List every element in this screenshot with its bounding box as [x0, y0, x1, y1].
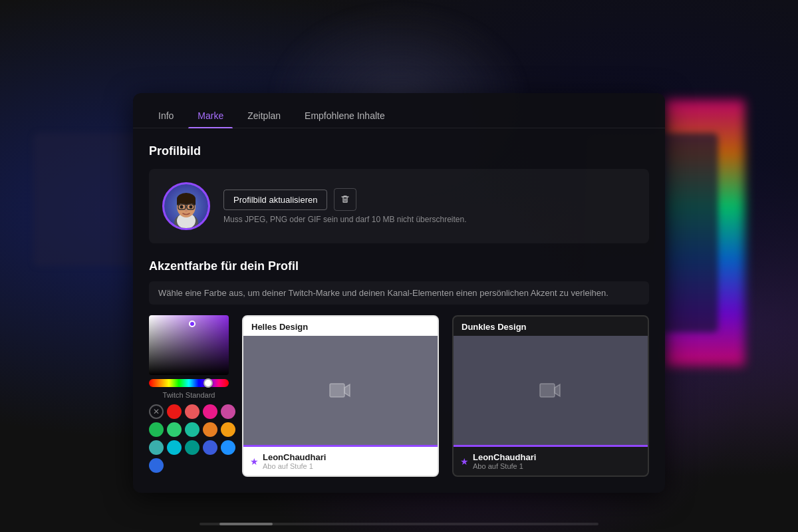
- twitch-standard-label: Twitch Standard: [149, 391, 229, 399]
- accent-description: Wähle eine Farbe aus, um deiner Twitch-M…: [149, 281, 649, 305]
- color-picker-panel: Twitch Standard ✕: [149, 315, 229, 473]
- light-sub-label: Abo auf Stufe 1: [263, 462, 326, 470]
- svg-rect-16: [540, 384, 555, 397]
- design-card-dark[interactable]: Dunkles Design ★ LeonChaudhari: [452, 315, 649, 477]
- swatch-pink1[interactable]: [203, 404, 217, 419]
- swatch-blue1[interactable]: [203, 440, 217, 455]
- light-design-label: Helles Design: [243, 317, 438, 336]
- swatch-cyan1[interactable]: [167, 440, 182, 455]
- hue-slider[interactable]: [149, 379, 229, 387]
- profile-info: Profilbild aktualisieren Muss JPEG, PNG …: [223, 188, 467, 224]
- swatch-red1[interactable]: [167, 404, 182, 419]
- swatch-teal1[interactable]: [185, 422, 200, 437]
- tab-info[interactable]: Info: [149, 104, 183, 128]
- dark-user-info: ★ LeonChaudhari Abo auf Stufe 1: [454, 447, 648, 475]
- color-swatches-row2: [149, 422, 229, 437]
- profile-actions: Profilbild aktualisieren: [223, 188, 467, 211]
- svg-point-7: [180, 205, 184, 209]
- hue-slider-container: [149, 379, 229, 387]
- swatch-teal3[interactable]: [185, 440, 200, 455]
- video-camera-icon-light: [329, 378, 352, 402]
- settings-content: Profilbild: [133, 128, 665, 493]
- profile-section-title: Profilbild: [149, 144, 649, 158]
- color-swatches-row1: ✕: [149, 404, 229, 419]
- swatch-green2[interactable]: [167, 422, 182, 437]
- color-swatches-extra: [149, 458, 229, 473]
- tab-zeitplan[interactable]: Zeitplan: [238, 104, 290, 128]
- swatch-red2[interactable]: [185, 404, 200, 419]
- swatch-pink2[interactable]: [221, 404, 235, 419]
- tab-bar: Info Marke Zeitplan Empfohlene Inhalte: [133, 93, 665, 128]
- scrollbar-track: [200, 523, 598, 525]
- swatch-green1[interactable]: [149, 422, 164, 437]
- avatar: [162, 182, 210, 230]
- design-previews: Helles Design ★ LeonChaudhari: [242, 315, 649, 477]
- tab-empfohlene[interactable]: Empfohlene Inhalte: [295, 104, 394, 128]
- trash-icon: [340, 194, 350, 205]
- hue-thumb[interactable]: [203, 378, 213, 388]
- settings-card: Info Marke Zeitplan Empfohlene Inhalte P…: [133, 93, 665, 493]
- dark-video-thumb: [454, 336, 648, 445]
- tab-marke[interactable]: Marke: [188, 104, 233, 128]
- color-picker-dot[interactable]: [189, 321, 196, 327]
- light-user-info: ★ LeonChaudhari Abo auf Stufe 1: [243, 447, 438, 475]
- light-star-icon: ★: [250, 456, 259, 467]
- svg-point-12: [185, 210, 188, 212]
- dark-design-label: Dunkles Design: [454, 317, 648, 336]
- color-picker-area: Twitch Standard ✕: [149, 315, 649, 477]
- avatar-container: [162, 182, 210, 230]
- profile-hint: Muss JPEG, PNG oder GIF sein und darf 10…: [223, 215, 467, 224]
- accent-section-title: Akzentfarbe für dein Profil: [149, 259, 649, 273]
- dark-username: LeonChaudhari: [473, 452, 536, 462]
- profile-image-section: Profilbild aktualisieren Muss JPEG, PNG …: [149, 169, 649, 243]
- dark-user-details: LeonChaudhari Abo auf Stufe 1: [473, 452, 536, 470]
- swatch-teal2[interactable]: [149, 440, 164, 455]
- swatch-orange1[interactable]: [203, 422, 217, 437]
- dark-star-icon: ★: [460, 456, 469, 467]
- design-card-light[interactable]: Helles Design ★ LeonChaudhari: [242, 315, 439, 477]
- delete-profile-button[interactable]: [334, 188, 356, 211]
- color-swatches-row3: [149, 440, 229, 455]
- scrollbar-thumb[interactable]: [219, 523, 273, 525]
- svg-rect-15: [330, 384, 344, 397]
- svg-point-8: [190, 205, 193, 209]
- light-username: LeonChaudhari: [263, 452, 326, 462]
- update-profile-button[interactable]: Profilbild aktualisieren: [223, 190, 327, 210]
- swatch-blue2[interactable]: [221, 440, 235, 455]
- light-video-thumb: [243, 336, 438, 445]
- swatch-none[interactable]: ✕: [149, 404, 164, 419]
- color-gradient-box[interactable]: [149, 315, 229, 375]
- avatar-image: [164, 184, 208, 228]
- video-camera-icon-dark: [539, 378, 563, 402]
- dark-sub-label: Abo auf Stufe 1: [473, 462, 536, 470]
- light-user-details: LeonChaudhari Abo auf Stufe 1: [263, 452, 326, 470]
- swatch-orange2[interactable]: [221, 422, 235, 437]
- swatch-blue3[interactable]: [149, 458, 164, 473]
